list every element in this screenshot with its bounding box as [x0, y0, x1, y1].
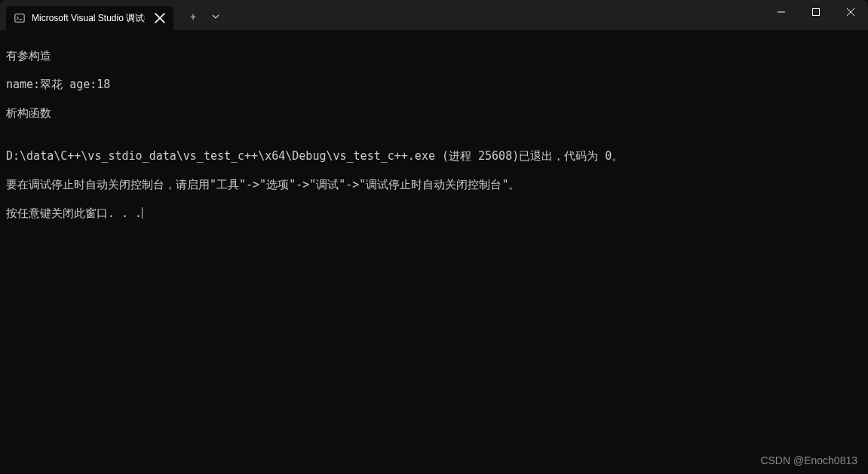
new-tab-button[interactable]: + — [182, 6, 204, 27]
tab-close-button[interactable] — [154, 12, 166, 24]
terminal-icon — [14, 12, 26, 24]
svg-rect-0 — [15, 14, 24, 23]
close-button[interactable] — [833, 0, 868, 24]
window-controls — [764, 0, 868, 30]
minimize-button[interactable] — [764, 0, 799, 24]
active-tab[interactable]: Microsoft Visual Studio 调试控 — [6, 6, 173, 30]
titlebar: Microsoft Visual Studio 调试控 + — [0, 0, 868, 30]
output-line: 析构函数 — [6, 106, 862, 121]
output-line: name:翠花 age:18 — [6, 78, 862, 92]
output-line: D:\data\C++\vs_stdio_data\vs_test_c++\x6… — [6, 149, 862, 164]
terminal-output[interactable]: 有参构造 name:翠花 age:18 析构函数 D:\data\C++\vs_… — [0, 30, 868, 474]
output-line: 要在调试停止时自动关闭控制台，请启用"工具"->"选项"->"调试"->"调试停… — [6, 178, 862, 192]
output-line: 按任意键关闭此窗口. . . — [6, 206, 142, 220]
maximize-button[interactable] — [799, 0, 833, 24]
watermark: CSDN @Enoch0813 — [760, 454, 857, 466]
text-cursor — [142, 207, 143, 219]
tab-title: Microsoft Visual Studio 调试控 — [32, 12, 145, 25]
svg-rect-5 — [813, 9, 820, 16]
tab-dropdown-button[interactable] — [205, 6, 226, 27]
output-line: 有参构造 — [6, 49, 862, 63]
